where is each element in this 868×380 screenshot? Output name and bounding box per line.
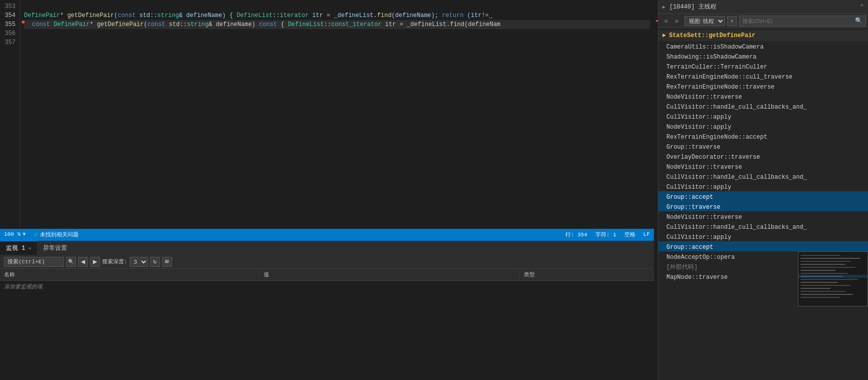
minimap-bar: [654, 0, 658, 380]
line-number-357: 357: [2, 38, 16, 47]
code-line-356: [24, 29, 650, 38]
callstack-item-7[interactable]: CullVisitor::apply: [658, 111, 868, 121]
svg-rect-16: [798, 275, 868, 278]
watch-search-box[interactable]: 搜索(Ctrl+E): [4, 257, 64, 267]
code-line-354: DefinePair* getDefinePair(const std::str…: [24, 11, 650, 20]
bottom-panel: 监视 1 ✕ 异常设置 搜索(Ctrl+E) 🔍 ◀ ▶ 搜索深度:: [0, 240, 654, 380]
callstack-item-0[interactable]: CameraUtils::isShadowCamera: [658, 41, 868, 51]
indent-mode: 空格: [624, 231, 635, 238]
left-panel: 353 354 355 356 357 ● DefinePair* getDef…: [0, 0, 658, 380]
code-content[interactable]: DefinePair* getDefinePair(const std::str…: [20, 0, 654, 49]
right-panel-header: ▶ [10440] 主线程 ⌃: [658, 0, 868, 14]
callstack-item-6[interactable]: CullVisitor::handle_cull_callbacks_and_: [658, 101, 868, 111]
search-icon-btn[interactable]: 🔍: [66, 257, 76, 267]
line-number-356: 356: [2, 29, 16, 38]
char-position: 字符: 1: [595, 231, 616, 238]
line-ending: LF: [643, 231, 650, 237]
watch-table: 名称 值 类型 添加要监视的项: [0, 269, 654, 380]
callstack-title: ► StateSett::getDefinePair: [658, 30, 868, 41]
panel-icon: ▶: [662, 4, 665, 10]
no-issues: ✓ 未找到相关问题: [34, 230, 79, 239]
callstack-item-1[interactable]: Shadowing::isShadowCamera: [658, 51, 868, 61]
line-number-354: 354: [2, 11, 16, 20]
svg-rect-7: [800, 273, 848, 274]
callstack-item-5[interactable]: NodeVisitor::traverse: [658, 91, 868, 101]
svg-rect-11: [800, 285, 850, 286]
line-number-355: 355: [2, 20, 16, 29]
code-line-353: [24, 2, 650, 11]
tab-exceptions[interactable]: 异常设置: [37, 241, 73, 255]
callstack-item-17[interactable]: NodeVisitor::traverse: [658, 211, 868, 221]
callstack-item-4[interactable]: RexTerrainEngineNode::traverse: [658, 81, 868, 91]
right-panel: ▶ [10440] 主线程 ⌃ ◀ ▶ 视图: 线程 ⚡ 🔍 ► StateSe…: [658, 0, 868, 380]
panel-tabs: 监视 1 ✕ 异常设置: [0, 241, 654, 255]
back-btn[interactable]: ◀: [660, 16, 670, 26]
refresh-btn[interactable]: ↻: [150, 257, 160, 267]
line-numbers: 353 354 355 356 357: [0, 0, 20, 229]
check-icon: ✓: [34, 230, 38, 239]
callstack-item-3[interactable]: RexTerrainEngineNode::cull_traverse: [658, 71, 868, 81]
callstack-item-8[interactable]: NodeVisitor::apply: [658, 121, 868, 131]
callstack-item-2[interactable]: TerrainCuller::TerrainCuller: [658, 61, 868, 71]
collapse-btn[interactable]: ⊞: [162, 257, 172, 267]
view-select[interactable]: 视图: 线程: [684, 16, 725, 26]
cursor-position: 行: 354: [565, 231, 587, 238]
nav-next-btn[interactable]: ▶: [90, 257, 100, 267]
callstack-item-15[interactable]: Group::accept: [658, 191, 868, 201]
svg-rect-13: [800, 291, 845, 292]
right-toolbar: ◀ ▶ 视图: 线程 ⚡ 🔍: [658, 14, 868, 28]
expand-icon[interactable]: ⌃: [860, 3, 864, 11]
code-editor-area: 353 354 355 356 357 ● DefinePair* getDef…: [0, 0, 658, 380]
svg-rect-15: [800, 297, 840, 298]
close-watch-1-icon[interactable]: ✕: [28, 245, 31, 251]
zoom-level: 100 % ▼: [4, 231, 26, 237]
callstack-item-19[interactable]: CullVisitor::apply: [658, 231, 868, 241]
col-name: 名称: [0, 271, 260, 278]
minimap-error-1: [656, 20, 658, 22]
panel-toolbar: 搜索(Ctrl+E) 🔍 ◀ ▶ 搜索深度: 3 1 2 4 5 ↻ ⊞: [0, 255, 654, 269]
forward-btn[interactable]: ▶: [672, 16, 682, 26]
svg-rect-1: [800, 255, 840, 256]
callstack-item-16[interactable]: Group::traverse: [658, 201, 868, 211]
add-watch-row[interactable]: 添加要监视的项: [0, 281, 654, 292]
arrow-icon: ►: [662, 32, 666, 39]
svg-rect-9: [800, 279, 858, 280]
code-line-355: const DefinePair* getDefinePair(const st…: [24, 20, 650, 29]
callstack-item-10[interactable]: Group::traverse: [658, 141, 868, 151]
callstack-item-20[interactable]: Group::accept: [658, 241, 868, 251]
right-search-box[interactable]: 🔍: [739, 16, 866, 27]
callstack-area: ► StateSett::getDefinePair CameraUtils::…: [658, 28, 868, 380]
svg-rect-10: [800, 282, 838, 283]
thumbnail-svg: [798, 252, 868, 306]
filter-icon-btn[interactable]: ⚡: [727, 16, 737, 26]
svg-rect-4: [800, 264, 845, 265]
callstack-item-14[interactable]: CullVisitor::apply: [658, 181, 868, 191]
search-icon: 🔍: [855, 17, 862, 25]
svg-rect-5: [800, 267, 855, 268]
svg-rect-2: [800, 258, 860, 259]
status-bar: 100 % ▼ ✓ 未找到相关问题 行: 354 字符: 1 空格: [0, 229, 654, 240]
svg-rect-14: [800, 294, 853, 295]
callstack-bottom-area: NodeAcceptOp::opera [外部代码] MapNode::trav…: [658, 251, 868, 281]
right-search-input[interactable]: [742, 18, 853, 24]
panel-title: [10440] 主线程: [669, 3, 716, 11]
nav-prev-btn[interactable]: ◀: [78, 257, 88, 267]
svg-rect-6: [800, 270, 835, 271]
error-indicator: ●: [21, 18, 25, 26]
callstack-item-12[interactable]: NodeVisitor::traverse: [658, 161, 868, 171]
svg-rect-12: [800, 288, 830, 289]
callstack-item-18[interactable]: CullVisitor::handle_cull_callbacks_and_: [658, 221, 868, 231]
watch-table-header: 名称 值 类型: [0, 269, 654, 281]
callstack-item-11[interactable]: OverlayDecorator::traverse: [658, 151, 868, 161]
thumbnail-overlay: [798, 251, 868, 306]
depth-label: 搜索深度:: [102, 258, 128, 265]
callstack-item-9[interactable]: RexTerrainEngineNode::accept: [658, 131, 868, 141]
depth-select[interactable]: 3 1 2 4 5: [130, 257, 148, 267]
code-line-357: [24, 38, 650, 47]
callstack-item-13[interactable]: CullVisitor::handle_cull_callbacks_and_: [658, 171, 868, 181]
code-lines: 353 354 355 356 357 ● DefinePair* getDef…: [0, 0, 654, 229]
tab-watch-1[interactable]: 监视 1 ✕: [0, 241, 37, 255]
col-type: 类型: [520, 271, 654, 278]
svg-rect-3: [800, 261, 850, 262]
code-area: 353 354 355 356 357 ● DefinePair* getDef…: [0, 0, 654, 229]
